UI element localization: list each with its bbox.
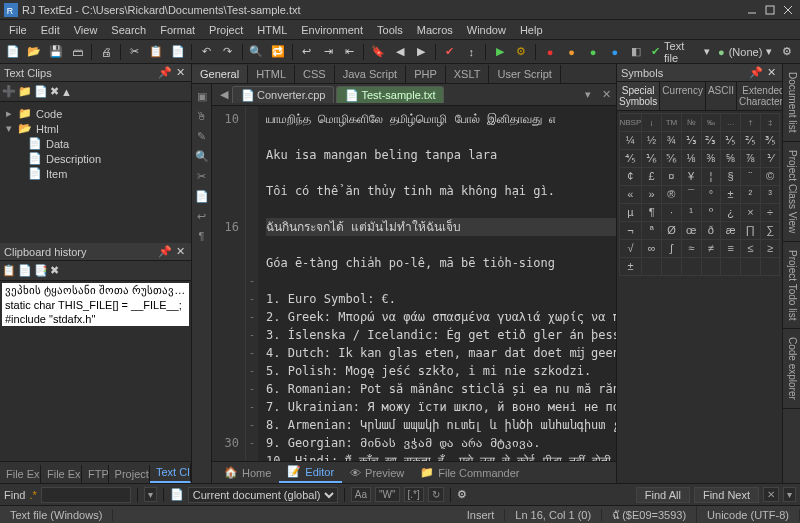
symbol-cell[interactable]: ð bbox=[701, 221, 722, 240]
find-input[interactable] bbox=[41, 487, 131, 503]
color-orange-icon[interactable]: ● bbox=[562, 42, 582, 62]
symbol-cell[interactable]: ⅓ bbox=[681, 131, 702, 150]
symbol-cell[interactable]: ⅝ bbox=[720, 149, 741, 168]
symbol-cell[interactable]: ⅕ bbox=[720, 131, 741, 150]
fold-marker[interactable]: - bbox=[246, 452, 258, 461]
color-blue-icon[interactable]: ● bbox=[605, 42, 625, 62]
settings-icon[interactable]: ⚙ bbox=[777, 42, 797, 62]
symbol-cell[interactable]: £ bbox=[641, 167, 662, 186]
code-line[interactable] bbox=[266, 272, 616, 290]
regex-toggle[interactable]: [.*] bbox=[404, 487, 424, 502]
symbol-cell[interactable] bbox=[681, 257, 702, 276]
vtab-codeexplorer[interactable]: Code explorer bbox=[783, 329, 800, 409]
menu-search[interactable]: Search bbox=[104, 22, 153, 38]
print-icon[interactable]: 🖨 bbox=[96, 42, 116, 62]
copyall-clip-icon[interactable]: 📑 bbox=[34, 264, 48, 277]
regex-icon[interactable]: .* bbox=[29, 489, 36, 501]
code-line[interactable]: 6. Romanian: Pot să mănânc sticlă și ea … bbox=[266, 380, 616, 398]
symbol-cell[interactable]: ¿ bbox=[720, 203, 741, 222]
fold-marker[interactable]: - bbox=[246, 398, 258, 416]
editor-body[interactable]: 101630 -------------- யாமறிந்த மொழிகளிலே… bbox=[212, 106, 616, 461]
tree-item-code[interactable]: ▸📁Code bbox=[4, 106, 187, 121]
doc-tab-testsample[interactable]: 📄 Test-sample.txt bbox=[336, 86, 444, 103]
delete-clip-icon[interactable]: ✖ bbox=[50, 264, 59, 277]
fold-marker[interactable]: - bbox=[246, 272, 258, 290]
clipboard-list[interactable]: ვეპხის ტყაოსანი შოთა რუსთაველი static ch… bbox=[2, 283, 189, 326]
vtab-classview[interactable]: Project Class View bbox=[783, 142, 800, 242]
code-line[interactable]: 1. Euro Symbol: €. bbox=[266, 290, 616, 308]
fold-marker[interactable]: - bbox=[246, 434, 258, 452]
dtab-css[interactable]: CSS bbox=[295, 65, 335, 83]
delete-icon[interactable]: ✖ bbox=[50, 85, 59, 98]
symbol-cell[interactable] bbox=[760, 257, 781, 276]
tree-item-data[interactable]: 📄Data bbox=[4, 136, 187, 151]
up-icon[interactable]: ▲ bbox=[61, 86, 72, 98]
menu-edit[interactable]: Edit bbox=[34, 22, 67, 38]
symbol-cell[interactable]: ⅘ bbox=[619, 149, 643, 168]
symbol-cell[interactable]: » bbox=[641, 185, 662, 204]
symbol-cell[interactable]: · bbox=[661, 203, 682, 222]
clip-item[interactable]: static char THIS_FILE[] = __FILE__; bbox=[2, 298, 189, 312]
fold-marker[interactable]: - bbox=[246, 344, 258, 362]
color-game-icon[interactable]: ◧ bbox=[626, 42, 646, 62]
symbol-cell[interactable]: ⅔ bbox=[701, 131, 722, 150]
code-line[interactable] bbox=[266, 200, 616, 218]
view-tab-home[interactable]: 🏠Home bbox=[216, 463, 279, 482]
code-line[interactable]: யாமறிந்த மொழிகளிலே தமிழ்மொழி போல் இனிதாவ… bbox=[266, 110, 616, 128]
code-line[interactable] bbox=[266, 128, 616, 146]
side-page-icon[interactable]: 📄 bbox=[194, 188, 210, 204]
fold-marker[interactable] bbox=[246, 182, 258, 200]
menu-environment[interactable]: Environment bbox=[294, 22, 370, 38]
save-icon[interactable]: 💾 bbox=[46, 42, 66, 62]
dtab-php[interactable]: PHP bbox=[406, 65, 446, 83]
new-folder-icon[interactable]: 📁 bbox=[18, 85, 32, 98]
code-content[interactable]: யாமறிந்த மொழிகளிலே தமிழ்மொழி போல் இனிதாவ… bbox=[258, 106, 616, 461]
dtab-xslt[interactable]: XSLT bbox=[446, 65, 490, 83]
redo-icon[interactable]: ↷ bbox=[218, 42, 238, 62]
symbol-cell[interactable]: ⅖ bbox=[740, 131, 761, 150]
dtab-js[interactable]: Java Script bbox=[335, 65, 406, 83]
symbol-cell[interactable]: ∑ bbox=[760, 221, 781, 240]
code-line[interactable]: 5. Polish: Mogę jeść szkło, i mi nie szk… bbox=[266, 362, 616, 380]
search-icon[interactable]: 🔍 bbox=[247, 42, 267, 62]
paste-icon[interactable]: 📄 bbox=[168, 42, 188, 62]
left-tab-fileex2[interactable]: File Ex... bbox=[41, 465, 82, 483]
symbol-cell[interactable]: æ bbox=[720, 221, 741, 240]
symbol-cell[interactable]: ® bbox=[661, 185, 682, 204]
copy-clip-icon[interactable]: 📄 bbox=[18, 264, 32, 277]
find-next-button[interactable]: Find Next bbox=[694, 487, 759, 503]
symbol-cell[interactable]: ¢ bbox=[619, 167, 643, 186]
code-line[interactable]: Aku isa mangan beling tanpa lara bbox=[266, 146, 616, 164]
fold-strip[interactable]: -------------- bbox=[246, 106, 258, 461]
symbol-cell[interactable]: Ø bbox=[661, 221, 682, 240]
fold-marker[interactable]: - bbox=[246, 362, 258, 380]
compile-icon[interactable]: ⚙ bbox=[512, 42, 532, 62]
symbol-cell[interactable]: ¤ bbox=[661, 167, 682, 186]
left-tab-textclips[interactable]: Text Cl... bbox=[150, 463, 191, 483]
code-line[interactable] bbox=[266, 236, 616, 254]
side-cut-icon[interactable]: ✂ bbox=[194, 168, 210, 184]
highlighter-dropdown[interactable]: ● (None) ▾ bbox=[714, 45, 776, 58]
run-icon[interactable]: ▶ bbox=[490, 42, 510, 62]
panel-close-icon[interactable]: ✕ bbox=[173, 245, 187, 259]
code-line[interactable]: 8. Armenian: Կրնամ ապակի ուտել և ինծի ան… bbox=[266, 416, 616, 434]
side-pencil-icon[interactable]: ✎ bbox=[194, 128, 210, 144]
symbol-cell[interactable]: ½ bbox=[641, 131, 662, 150]
side-collapse-icon[interactable]: ▣ bbox=[194, 88, 210, 104]
next-bookmark-icon[interactable]: ▶ bbox=[411, 42, 431, 62]
fold-marker[interactable] bbox=[246, 200, 258, 218]
maximize-button[interactable] bbox=[762, 3, 778, 17]
save-all-icon[interactable]: 🗃 bbox=[68, 42, 88, 62]
fold-marker[interactable]: - bbox=[246, 380, 258, 398]
find-settings-icon[interactable]: ⚙ bbox=[457, 488, 467, 501]
textfile-checkbox[interactable]: ✔ Text file ▾ bbox=[647, 40, 714, 64]
symbol-cell[interactable]: ¼ bbox=[619, 131, 643, 150]
side-wrap-icon[interactable]: ↩ bbox=[194, 208, 210, 224]
symbol-cell[interactable]: º bbox=[701, 203, 722, 222]
symbol-cell[interactable]: ⅚ bbox=[661, 149, 682, 168]
fold-marker[interactable] bbox=[246, 254, 258, 272]
symbol-cell[interactable]: ¨ bbox=[740, 167, 761, 186]
symbol-cell[interactable]: µ bbox=[619, 203, 643, 222]
symbol-cell[interactable]: ¶ bbox=[641, 203, 662, 222]
symbol-cell[interactable] bbox=[720, 257, 741, 276]
